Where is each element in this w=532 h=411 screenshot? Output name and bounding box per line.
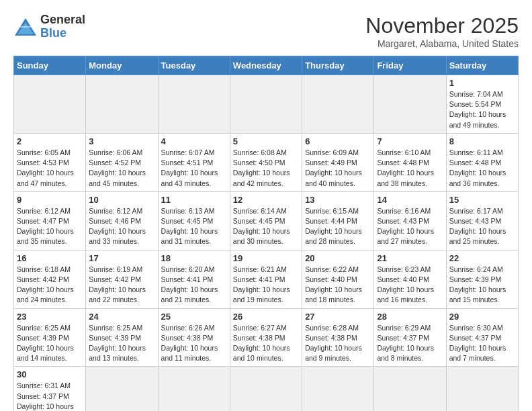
day-number: 21 (377, 253, 443, 263)
title-block: November 2025 Margaret, Alabama, United … (365, 13, 519, 49)
day-number: 4 (161, 136, 227, 146)
day-number: 27 (305, 312, 371, 322)
day-info: Sunrise: 6:05 AM Sunset: 4:53 PM Dayligh… (17, 148, 83, 189)
calendar-col-header-thursday: Thursday (302, 56, 374, 75)
day-info: Sunrise: 6:19 AM Sunset: 4:42 PM Dayligh… (89, 265, 154, 306)
day-info: Sunrise: 6:26 AM Sunset: 4:38 PM Dayligh… (161, 323, 227, 364)
calendar-day-cell: 14Sunrise: 6:16 AM Sunset: 4:43 PM Dayli… (374, 191, 446, 250)
calendar-day-cell: 21Sunrise: 6:23 AM Sunset: 4:40 PM Dayli… (374, 250, 446, 308)
day-number: 8 (449, 136, 515, 146)
day-number: 11 (161, 195, 227, 205)
calendar-table: SundayMondayTuesdayWednesdayThursdayFrid… (13, 56, 519, 411)
calendar-col-header-wednesday: Wednesday (230, 56, 302, 75)
day-number: 2 (17, 136, 83, 146)
day-info: Sunrise: 7:04 AM Sunset: 5:54 PM Dayligh… (449, 89, 515, 130)
header: General Blue November 2025 Margaret, Ala… (13, 13, 519, 49)
calendar-week-row: 1Sunrise: 7:04 AM Sunset: 5:54 PM Daylig… (14, 75, 519, 134)
logo-blue: Blue (40, 26, 66, 40)
calendar-day-cell: 12Sunrise: 6:14 AM Sunset: 4:45 PM Dayli… (230, 191, 302, 250)
day-number: 10 (89, 195, 154, 205)
calendar-day-cell (158, 367, 230, 411)
day-info: Sunrise: 6:23 AM Sunset: 4:40 PM Dayligh… (377, 265, 443, 306)
calendar-day-cell: 9Sunrise: 6:12 AM Sunset: 4:47 PM Daylig… (14, 191, 86, 250)
calendar-day-cell: 3Sunrise: 6:06 AM Sunset: 4:52 PM Daylig… (86, 133, 158, 191)
calendar-day-cell (86, 367, 158, 411)
calendar-day-cell: 15Sunrise: 6:17 AM Sunset: 4:43 PM Dayli… (446, 191, 518, 250)
calendar-day-cell: 16Sunrise: 6:18 AM Sunset: 4:42 PM Dayli… (14, 250, 86, 308)
calendar-week-row: 30Sunrise: 6:31 AM Sunset: 4:37 PM Dayli… (14, 367, 519, 411)
day-number: 28 (377, 312, 443, 322)
calendar-col-header-saturday: Saturday (446, 56, 518, 75)
calendar-week-row: 16Sunrise: 6:18 AM Sunset: 4:42 PM Dayli… (14, 250, 519, 308)
month-title: November 2025 (365, 13, 519, 38)
calendar-day-cell (14, 75, 86, 134)
calendar-day-cell: 5Sunrise: 6:08 AM Sunset: 4:50 PM Daylig… (230, 133, 302, 191)
logo-general: General (40, 13, 85, 26)
day-info: Sunrise: 6:12 AM Sunset: 4:46 PM Dayligh… (89, 206, 154, 247)
day-number: 18 (161, 253, 227, 263)
day-info: Sunrise: 6:18 AM Sunset: 4:42 PM Dayligh… (17, 265, 83, 306)
calendar-day-cell (302, 75, 374, 134)
calendar-day-cell (446, 367, 518, 411)
day-info: Sunrise: 6:07 AM Sunset: 4:51 PM Dayligh… (161, 148, 227, 189)
calendar-header-row: SundayMondayTuesdayWednesdayThursdayFrid… (14, 56, 519, 75)
calendar-day-cell: 7Sunrise: 6:10 AM Sunset: 4:48 PM Daylig… (374, 133, 446, 191)
day-number: 19 (233, 253, 299, 263)
day-number: 30 (17, 369, 83, 379)
day-info: Sunrise: 6:27 AM Sunset: 4:38 PM Dayligh… (233, 323, 299, 364)
day-number: 6 (305, 136, 371, 146)
calendar-day-cell: 13Sunrise: 6:15 AM Sunset: 4:44 PM Dayli… (302, 191, 374, 250)
day-info: Sunrise: 6:29 AM Sunset: 4:37 PM Dayligh… (377, 323, 443, 364)
calendar-day-cell (230, 367, 302, 411)
calendar-col-header-monday: Monday (86, 56, 158, 75)
calendar-day-cell: 17Sunrise: 6:19 AM Sunset: 4:42 PM Dayli… (86, 250, 158, 308)
day-info: Sunrise: 6:14 AM Sunset: 4:45 PM Dayligh… (233, 206, 299, 247)
day-info: Sunrise: 6:20 AM Sunset: 4:41 PM Dayligh… (161, 265, 227, 306)
calendar-day-cell: 29Sunrise: 6:30 AM Sunset: 4:37 PM Dayli… (446, 308, 518, 367)
calendar-col-header-sunday: Sunday (14, 56, 86, 75)
logo: General Blue (13, 13, 85, 40)
day-info: Sunrise: 6:10 AM Sunset: 4:48 PM Dayligh… (377, 148, 443, 189)
day-number: 9 (17, 195, 83, 205)
calendar-day-cell: 23Sunrise: 6:25 AM Sunset: 4:39 PM Dayli… (14, 308, 86, 367)
calendar-col-header-friday: Friday (374, 56, 446, 75)
day-number: 15 (449, 195, 515, 205)
calendar-day-cell (86, 75, 158, 134)
generalblue-logo-icon (13, 17, 38, 37)
calendar-day-cell (158, 75, 230, 134)
day-number: 22 (449, 253, 515, 263)
calendar-day-cell (374, 367, 446, 411)
calendar-day-cell: 25Sunrise: 6:26 AM Sunset: 4:38 PM Dayli… (158, 308, 230, 367)
calendar-day-cell: 11Sunrise: 6:13 AM Sunset: 4:45 PM Dayli… (158, 191, 230, 250)
day-info: Sunrise: 6:09 AM Sunset: 4:49 PM Dayligh… (305, 148, 371, 189)
calendar-day-cell: 24Sunrise: 6:25 AM Sunset: 4:39 PM Dayli… (86, 308, 158, 367)
day-number: 25 (161, 312, 227, 322)
day-number: 24 (89, 312, 154, 322)
day-info: Sunrise: 6:17 AM Sunset: 4:43 PM Dayligh… (449, 206, 515, 247)
day-info: Sunrise: 6:21 AM Sunset: 4:41 PM Dayligh… (233, 265, 299, 306)
calendar-week-row: 2Sunrise: 6:05 AM Sunset: 4:53 PM Daylig… (14, 133, 519, 191)
calendar-week-row: 9Sunrise: 6:12 AM Sunset: 4:47 PM Daylig… (14, 191, 519, 250)
day-number: 16 (17, 253, 83, 263)
day-info: Sunrise: 6:25 AM Sunset: 4:39 PM Dayligh… (17, 323, 83, 364)
day-number: 13 (305, 195, 371, 205)
day-info: Sunrise: 6:22 AM Sunset: 4:40 PM Dayligh… (305, 265, 371, 306)
calendar-day-cell: 18Sunrise: 6:20 AM Sunset: 4:41 PM Dayli… (158, 250, 230, 308)
day-number: 26 (233, 312, 299, 322)
calendar-week-row: 23Sunrise: 6:25 AM Sunset: 4:39 PM Dayli… (14, 308, 519, 367)
day-number: 29 (449, 312, 515, 322)
logo-text: General Blue (40, 13, 85, 40)
day-number: 7 (377, 136, 443, 146)
day-info: Sunrise: 6:30 AM Sunset: 4:37 PM Dayligh… (449, 323, 515, 364)
calendar-day-cell: 27Sunrise: 6:28 AM Sunset: 4:38 PM Dayli… (302, 308, 374, 367)
day-info: Sunrise: 6:15 AM Sunset: 4:44 PM Dayligh… (305, 206, 371, 247)
day-number: 5 (233, 136, 299, 146)
calendar-day-cell: 10Sunrise: 6:12 AM Sunset: 4:46 PM Dayli… (86, 191, 158, 250)
day-info: Sunrise: 6:31 AM Sunset: 4:37 PM Dayligh… (17, 381, 83, 411)
day-info: Sunrise: 6:06 AM Sunset: 4:52 PM Dayligh… (89, 148, 154, 189)
calendar-day-cell: 19Sunrise: 6:21 AM Sunset: 4:41 PM Dayli… (230, 250, 302, 308)
day-info: Sunrise: 6:25 AM Sunset: 4:39 PM Dayligh… (89, 323, 154, 364)
calendar-day-cell: 28Sunrise: 6:29 AM Sunset: 4:37 PM Dayli… (374, 308, 446, 367)
day-info: Sunrise: 6:28 AM Sunset: 4:38 PM Dayligh… (305, 323, 371, 364)
day-number: 23 (17, 312, 83, 322)
